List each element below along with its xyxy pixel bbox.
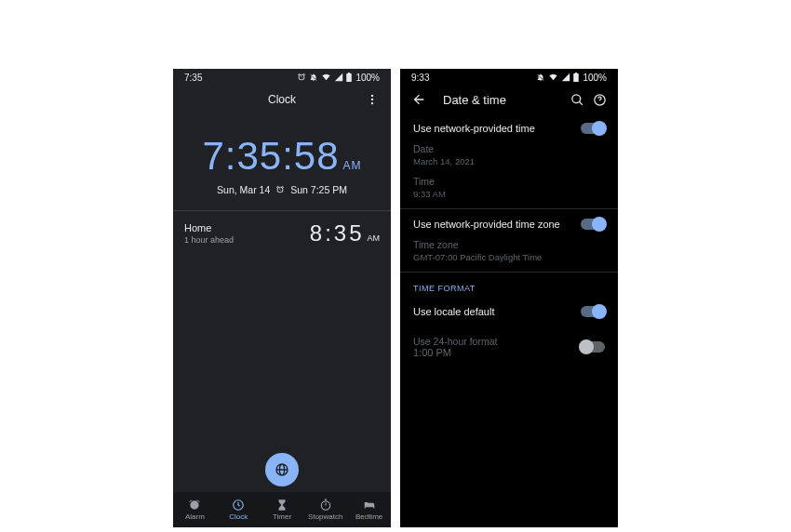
stopwatch-icon	[319, 499, 332, 512]
time-format-header: TIME FORMAT	[400, 273, 618, 297]
wifi-icon	[321, 73, 331, 82]
nav-label: Timer	[273, 512, 291, 521]
app-title: Clock	[203, 93, 361, 106]
help-icon	[593, 93, 607, 107]
signal-icon	[334, 73, 343, 82]
world-clock-digits: 8:35	[310, 220, 365, 246]
nav-alarm[interactable]: Alarm	[173, 492, 217, 527]
setting-label: Time	[413, 176, 605, 187]
nav-stopwatch[interactable]: Stopwatch	[303, 492, 347, 527]
wifi-icon	[548, 73, 558, 82]
bed-icon	[363, 499, 376, 512]
svg-rect-0	[347, 73, 353, 82]
use-24h-row: Use 24-hour format 1:00 PM	[400, 326, 618, 360]
use-locale-default-row[interactable]: Use locale default	[400, 297, 618, 326]
date-text: Sun, Mar 14	[217, 184, 270, 195]
date-row: Sun, Mar 14 Sun 7:25 PM	[173, 184, 391, 195]
alarm-icon	[188, 499, 201, 512]
hourglass-icon	[275, 499, 288, 512]
alarm-small-icon	[275, 185, 285, 194]
use-network-time-toggle[interactable]	[581, 123, 605, 134]
use-network-tz-row[interactable]: Use network-provided time zone	[400, 209, 618, 239]
time-digits: 7:35:58	[202, 134, 339, 179]
setting-label: Use locale default	[413, 306, 494, 317]
use-locale-default-toggle[interactable]	[581, 306, 605, 317]
time-row: Time 9:33 AM	[400, 176, 618, 208]
current-time: 7:35:58 AM	[173, 134, 391, 179]
signal-icon	[561, 73, 570, 82]
world-clock-ampm: AM	[368, 233, 381, 243]
nav-label: Bedtime	[355, 512, 382, 521]
svg-rect-7	[574, 73, 580, 82]
nav-label: Stopwatch	[308, 512, 342, 521]
back-button[interactable]	[408, 88, 430, 111]
use-network-tz-toggle[interactable]	[581, 219, 605, 230]
setting-value: March 14, 2021	[413, 156, 605, 166]
status-icons: 100%	[536, 73, 607, 83]
status-bar: 7:35 100%	[173, 69, 391, 86]
svg-point-6	[321, 501, 329, 510]
date-time-settings-screen: 9:33 100% Date & time Use network-provid…	[400, 69, 618, 527]
use-network-time-row[interactable]: Use network-provided time	[400, 113, 618, 143]
alarm-icon	[297, 73, 306, 82]
status-bar: 9:33 100%	[400, 69, 618, 86]
bottom-nav: Alarm Clock Timer Stopwatch Bedtime	[173, 492, 391, 527]
dnd-icon	[309, 73, 318, 82]
page-title: Date & time	[430, 93, 566, 107]
setting-label: Date	[413, 143, 605, 154]
battery-icon	[346, 73, 352, 82]
battery-percent: 100%	[355, 73, 380, 83]
svg-point-4	[371, 102, 373, 104]
nav-label: Clock	[229, 512, 248, 521]
overflow-menu-button[interactable]	[361, 88, 383, 111]
date-row: Date March 14, 2021	[400, 143, 618, 176]
status-time: 7:35	[184, 73, 202, 83]
setting-label: Use network-provided time zone	[413, 219, 560, 230]
app-bar: Date & time	[400, 86, 618, 113]
arrow-back-icon	[411, 92, 426, 107]
nav-bedtime[interactable]: Bedtime	[347, 492, 391, 527]
app-bar: Clock	[173, 86, 391, 113]
globe-icon	[275, 462, 289, 477]
timezone-row: Time zone GMT-07:00 Pacific Daylight Tim…	[400, 239, 618, 272]
status-time: 9:33	[411, 73, 429, 83]
svg-point-3	[371, 99, 373, 100]
setting-label: Time zone	[413, 239, 605, 250]
world-clock-row[interactable]: Home 1 hour ahead 8:35AM	[173, 211, 391, 254]
help-button[interactable]	[588, 88, 610, 111]
add-city-fab[interactable]	[265, 453, 299, 486]
nav-timer[interactable]: Timer	[261, 492, 304, 527]
time-ampm: AM	[343, 159, 362, 172]
clock-icon	[232, 499, 245, 512]
battery-icon	[573, 73, 579, 82]
search-button[interactable]	[566, 88, 588, 111]
svg-rect-1	[348, 73, 350, 73]
setting-value: 1:00 PM	[413, 347, 497, 358]
setting-label: Use 24-hour format	[413, 336, 497, 347]
search-icon	[570, 93, 584, 107]
more-vert-icon	[366, 93, 379, 106]
use-24h-toggle	[581, 341, 605, 352]
world-clock-offset: 1 hour ahead	[184, 235, 234, 245]
nav-clock[interactable]: Clock	[217, 492, 261, 527]
svg-point-2	[371, 95, 373, 97]
clock-main: 7:35:58 AM Sun, Mar 14 Sun 7:25 PM	[173, 113, 391, 195]
next-alarm-text: Sun 7:25 PM	[290, 184, 347, 195]
setting-value: 9:33 AM	[413, 189, 605, 199]
world-clock-time: 8:35AM	[310, 220, 380, 246]
nav-label: Alarm	[185, 512, 205, 521]
status-icons: 100%	[297, 73, 380, 83]
setting-value: GMT-07:00 Pacific Daylight Time	[413, 252, 605, 262]
dnd-icon	[536, 73, 545, 82]
world-clock-city: Home	[184, 222, 234, 233]
setting-label: Use network-provided time	[413, 123, 535, 134]
svg-rect-8	[575, 73, 577, 73]
clock-app-screen: 7:35 100% Clock 7:35:58 AM Sun, Mar 14 S…	[173, 69, 391, 527]
battery-percent: 100%	[583, 73, 607, 83]
